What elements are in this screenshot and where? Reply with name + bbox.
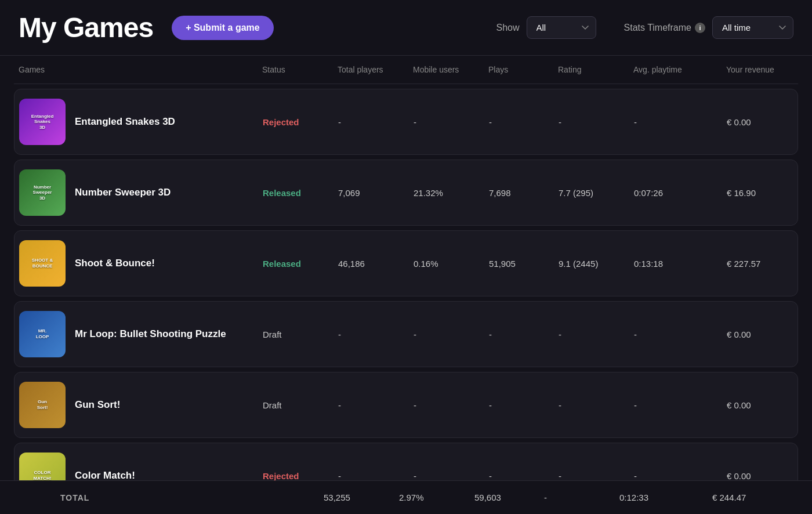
col-mobile-users: Mobile users xyxy=(413,65,488,74)
plays: - xyxy=(489,471,559,481)
game-status: Released xyxy=(263,188,338,198)
table-row[interactable]: MR.LOOP Mr Loop: Bullet Shooting Puzzle … xyxy=(14,301,798,367)
rating: - xyxy=(559,330,634,339)
total-mobile-users-value: 2.97% xyxy=(399,493,474,502)
total-playtime-value: 0:12:33 xyxy=(619,493,712,502)
mobile-users: - xyxy=(414,400,489,410)
table-rows: EntangledSnakes3D Entangled Snakes 3D Re… xyxy=(14,89,798,509)
col-rating: Rating xyxy=(558,65,633,74)
game-thumbnail: SHOOT &BOUNCE xyxy=(19,240,66,287)
plays: - xyxy=(489,330,559,339)
total-row: TOTAL 53,255 2.97% 59,603 - 0:12:33 € 24… xyxy=(0,480,812,514)
rating: - xyxy=(559,117,634,127)
thumb-inner: MR.LOOP xyxy=(19,311,66,357)
page-title: My Games xyxy=(19,12,153,44)
table-row[interactable]: GunSort! Gun Sort! Draft - - - - - € 0.0… xyxy=(14,372,798,438)
table-container: Games Status Total players Mobile users … xyxy=(0,56,812,509)
total-players-value: 53,255 xyxy=(324,493,399,502)
revenue: € 0.00 xyxy=(727,471,808,481)
show-filter-group: Show All Released Draft Rejected xyxy=(496,16,596,39)
total-plays-value: 59,603 xyxy=(474,493,544,502)
total-players: - xyxy=(338,117,414,127)
total-rating-value: - xyxy=(544,493,619,502)
rating: 9.1 (2445) xyxy=(559,259,634,269)
avg-playtime: - xyxy=(634,330,727,339)
game-status: Draft xyxy=(263,400,338,410)
plays: 51,905 xyxy=(489,259,559,269)
game-cell: NumberSweeper3D Number Sweeper 3D xyxy=(19,169,263,216)
game-status: Rejected xyxy=(263,471,338,481)
game-cell: SHOOT &BOUNCE Shoot & Bounce! xyxy=(19,240,263,287)
mobile-users: - xyxy=(414,471,489,481)
rating: - xyxy=(559,400,634,410)
total-revenue-value: € 244.47 xyxy=(712,493,793,502)
col-status: Status xyxy=(262,65,338,74)
info-icon[interactable]: i xyxy=(695,23,705,33)
header: My Games + Submit a game Show All Releas… xyxy=(0,0,812,56)
game-status: Released xyxy=(263,259,338,269)
table-row[interactable]: EntangledSnakes3D Entangled Snakes 3D Re… xyxy=(14,89,798,155)
show-label: Show xyxy=(496,23,519,33)
game-name: Gun Sort! xyxy=(75,399,120,411)
revenue: € 0.00 xyxy=(727,400,808,410)
col-revenue: Your revenue xyxy=(726,65,807,74)
revenue: € 0.00 xyxy=(727,117,808,127)
stats-timeframe-group: Stats Timeframe i All time Last 7 days L… xyxy=(624,16,793,39)
table-header: Games Status Total players Mobile users … xyxy=(14,56,798,84)
col-games: Games xyxy=(19,65,262,74)
avg-playtime: - xyxy=(634,117,727,127)
avg-playtime: - xyxy=(634,471,727,481)
revenue: € 227.57 xyxy=(727,259,808,269)
game-name: Mr Loop: Bullet Shooting Puzzle xyxy=(75,328,226,340)
game-thumbnail: NumberSweeper3D xyxy=(19,169,66,216)
plays: 7,698 xyxy=(489,188,559,198)
timeframe-select[interactable]: All time Last 7 days Last 30 days Last 9… xyxy=(712,16,793,39)
game-cell: GunSort! Gun Sort! xyxy=(19,382,263,428)
mobile-users: - xyxy=(414,330,489,339)
game-status: Draft xyxy=(263,330,338,339)
game-name: Color Match! xyxy=(75,470,135,482)
table-row[interactable]: NumberSweeper3D Number Sweeper 3D Releas… xyxy=(14,160,798,226)
total-label: TOTAL xyxy=(5,493,248,502)
mobile-users: 21.32% xyxy=(414,188,489,198)
col-plays: Plays xyxy=(488,65,558,74)
thumb-inner: SHOOT &BOUNCE xyxy=(19,240,66,287)
mobile-users: 0.16% xyxy=(414,259,489,269)
mobile-users: - xyxy=(414,117,489,127)
total-players: - xyxy=(338,330,414,339)
avg-playtime: 0:13:18 xyxy=(634,259,727,269)
avg-playtime: - xyxy=(634,400,727,410)
game-cell: EntangledSnakes3D Entangled Snakes 3D xyxy=(19,99,263,145)
game-thumbnail: GunSort! xyxy=(19,382,66,428)
plays: - xyxy=(489,400,559,410)
thumb-inner: GunSort! xyxy=(19,382,66,428)
game-status: Rejected xyxy=(263,117,338,127)
total-players: 46,186 xyxy=(338,259,414,269)
total-players: - xyxy=(338,400,414,410)
game-thumbnail: EntangledSnakes3D xyxy=(19,99,66,145)
col-total-players: Total players xyxy=(338,65,413,74)
col-avg-playtime: Avg. playtime xyxy=(633,65,726,74)
game-name: Shoot & Bounce! xyxy=(75,258,155,269)
total-players: - xyxy=(338,471,414,481)
revenue: € 0.00 xyxy=(727,330,808,339)
submit-game-button[interactable]: + Submit a game xyxy=(172,16,274,40)
show-select[interactable]: All Released Draft Rejected xyxy=(527,16,596,39)
plays: - xyxy=(489,117,559,127)
table-row[interactable]: SHOOT &BOUNCE Shoot & Bounce! Released 4… xyxy=(14,230,798,296)
game-cell: MR.LOOP Mr Loop: Bullet Shooting Puzzle xyxy=(19,311,263,357)
stats-timeframe-label: Stats Timeframe i xyxy=(624,23,705,33)
thumb-inner: EntangledSnakes3D xyxy=(19,99,66,145)
game-name: Entangled Snakes 3D xyxy=(75,116,175,128)
total-players: 7,069 xyxy=(338,188,414,198)
rating: - xyxy=(559,471,634,481)
game-name: Number Sweeper 3D xyxy=(75,187,171,198)
revenue: € 16.90 xyxy=(727,188,808,198)
rating: 7.7 (295) xyxy=(559,188,634,198)
game-thumbnail: MR.LOOP xyxy=(19,311,66,357)
avg-playtime: 0:07:26 xyxy=(634,188,727,198)
thumb-inner: NumberSweeper3D xyxy=(19,169,66,216)
